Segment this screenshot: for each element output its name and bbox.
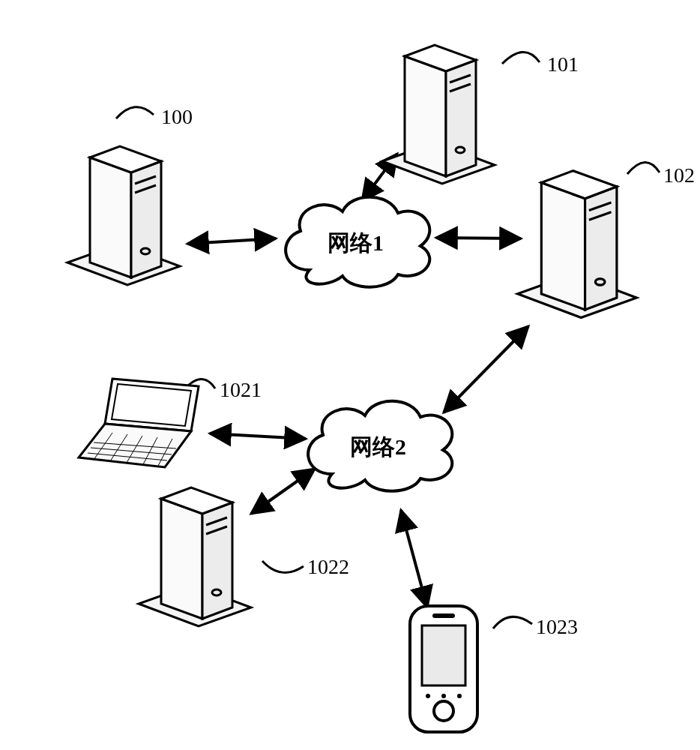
label-100: 100 [161, 105, 193, 129]
edge-1023-net2 [401, 510, 427, 608]
tower-icon [131, 465, 259, 634]
leader-1022 [262, 561, 304, 573]
svg-point-44 [441, 694, 446, 698]
edge-1021-net2 [210, 434, 306, 439]
server-1022 [131, 465, 259, 637]
tower-icon [60, 124, 187, 292]
cloud-network1-label: 网络1 [328, 228, 384, 259]
tower-icon [375, 22, 502, 191]
leader-101 [502, 52, 540, 64]
svg-marker-1 [90, 158, 131, 278]
phone-icon [401, 600, 487, 739]
svg-rect-42 [432, 614, 455, 618]
diagram-canvas: 网络1 网络2 100 [0, 0, 700, 750]
server-101 [375, 22, 502, 194]
label-1023: 1023 [536, 615, 578, 639]
leader-1023 [493, 616, 532, 628]
svg-marker-8 [405, 56, 446, 176]
label-101: 101 [547, 52, 579, 76]
edge-100-net1 [187, 238, 276, 244]
laptop-icon [71, 371, 210, 476]
cloud-network2-label: 网络2 [350, 432, 406, 463]
svg-rect-40 [422, 626, 465, 686]
svg-marker-15 [541, 183, 585, 310]
cloud-network1: 网络1 [274, 186, 442, 298]
leader-100 [116, 107, 154, 118]
label-1021: 1021 [220, 378, 262, 402]
laptop-1021 [71, 371, 210, 479]
cloud-network2: 网络2 [296, 390, 465, 502]
svg-point-43 [426, 694, 430, 698]
label-1022: 1022 [307, 555, 349, 579]
svg-marker-22 [112, 384, 191, 426]
edge-102-net1 [436, 238, 521, 238]
tower-icon [510, 146, 645, 326]
svg-point-45 [457, 694, 462, 698]
phone-1023 [401, 600, 487, 742]
server-100 [60, 124, 187, 296]
server-102 [510, 146, 645, 329]
svg-marker-33 [161, 499, 202, 619]
label-102: 102 [663, 164, 695, 188]
